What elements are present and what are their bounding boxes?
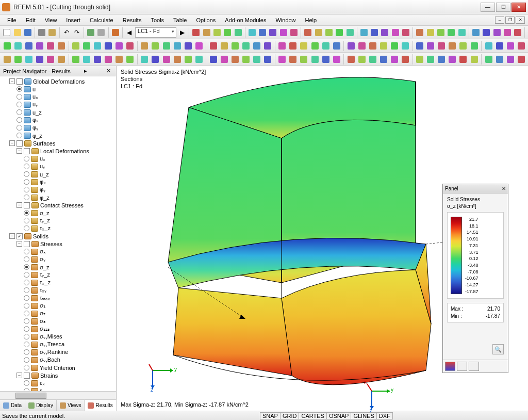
toolbar3-btn-43[interactable] [494, 54, 504, 65]
toolbar3-btn-20[interactable] [230, 54, 240, 65]
toolbar2-btn-41[interactable] [469, 40, 479, 52]
toolbar2-btn-36[interactable] [415, 40, 425, 52]
panel-tab-1[interactable] [445, 362, 455, 371]
toolbar2-btn-3[interactable] [35, 40, 44, 52]
toolbar2-btn-37[interactable] [426, 40, 436, 52]
toolbar3-btn-37[interactable] [426, 54, 436, 65]
toolbar3-btn-36[interactable] [415, 54, 425, 65]
toolbar2-btn-18[interactable] [208, 40, 218, 52]
toolbar3-btn-0[interactable] [2, 54, 12, 65]
toolbar3-btn-19[interactable] [219, 54, 229, 65]
toolbar1-btn-6[interactable] [258, 27, 267, 38]
toolbar2-btn-19[interactable] [219, 40, 229, 52]
toolbar2-btn-13[interactable] [151, 40, 160, 52]
toolbar1-btn-5[interactable] [248, 27, 257, 38]
toolbar1-btn-21[interactable] [425, 27, 435, 38]
menu-insert[interactable]: Insert [62, 16, 85, 24]
panel-header[interactable]: Panel ✕ [443, 184, 508, 193]
toolbar2-btn-5[interactable] [56, 40, 66, 52]
glines-toggle[interactable]: GLINES [351, 412, 376, 419]
node-ld-uy[interactable]: uᵧ [0, 163, 116, 170]
toolbar2-btn-44[interactable] [505, 40, 515, 52]
toolbar2-btn-0[interactable] [2, 40, 12, 52]
snap-toggle[interactable]: SNAP [260, 412, 280, 419]
node-uy[interactable]: uᵧ [0, 101, 116, 108]
toolbar2-btn-22[interactable] [252, 40, 262, 52]
redo-icon[interactable]: ↷ [72, 27, 81, 38]
toolbar3-btn-27[interactable] [310, 54, 320, 65]
node-sn-0[interactable]: εₓ [0, 379, 116, 387]
toolbar2-btn-40[interactable] [458, 40, 468, 52]
node-st-11[interactable]: σᵥ,Mises [0, 333, 116, 341]
toolbar2-btn-4[interactable] [45, 40, 55, 52]
toolbar2-btn-31[interactable] [357, 40, 367, 52]
toolbar1-btn-17[interactable] [380, 27, 389, 38]
node-st-6[interactable]: τₘₐₓ [0, 294, 116, 302]
node-st-0[interactable]: σₓ [0, 248, 116, 255]
toolbar2-btn-30[interactable] [346, 40, 356, 52]
menu-options[interactable]: Options [192, 16, 220, 24]
viewport[interactable]: Solid Stresses Sigma-z [kN/cm^2] Section… [117, 66, 528, 411]
toolbar3-btn-5[interactable] [56, 54, 66, 65]
menu-addon[interactable]: Add-on Modules [221, 16, 270, 24]
toolbar3-btn-41[interactable] [469, 54, 479, 65]
toolbar2-btn-35[interactable] [401, 40, 410, 52]
panel-tab-3[interactable] [469, 362, 479, 371]
prev-icon[interactable]: ◀ [125, 27, 134, 38]
menu-edit[interactable]: Edit [22, 16, 40, 24]
toolbar2-btn-7[interactable] [82, 40, 92, 52]
node-ld-phix[interactable]: φₓ [0, 178, 116, 186]
toolbar2-btn-33[interactable] [378, 40, 388, 52]
toolbar2-btn-9[interactable] [104, 40, 113, 52]
toolbar1-btn-27[interactable] [492, 27, 501, 38]
toolbar2-btn-12[interactable] [140, 40, 150, 52]
navigator-tree[interactable]: −Global Deformations u uₓ uᵧ u_z φₓ φᵧ φ… [0, 76, 116, 391]
node-phix[interactable]: φₓ [0, 116, 116, 124]
toolbar3-btn-29[interactable] [332, 54, 341, 65]
toolbar1-btn-13[interactable] [335, 27, 344, 38]
tab-views[interactable]: Views [57, 400, 85, 411]
node-surfaces[interactable]: −Surfaces [0, 139, 116, 147]
new-icon[interactable] [2, 27, 11, 38]
toolbar3-btn-7[interactable] [82, 54, 92, 65]
tab-display[interactable]: Display [25, 400, 57, 411]
toolbar1-btn-0[interactable] [191, 27, 201, 38]
toolbar2-btn-28[interactable] [321, 40, 331, 52]
menu-view[interactable]: View [41, 16, 61, 24]
toolbar1-btn-9[interactable] [289, 27, 299, 38]
toolbar1-btn-14[interactable] [345, 27, 354, 38]
open-icon[interactable] [12, 27, 22, 38]
tab-data[interactable]: Data [0, 400, 25, 411]
toolbar3-btn-16[interactable] [183, 54, 193, 65]
toolbar2-btn-25[interactable] [288, 40, 298, 52]
toolbar2-btn-2[interactable] [24, 40, 34, 52]
toolbar3-btn-18[interactable] [208, 54, 218, 65]
toolbar2-btn-34[interactable] [389, 40, 399, 52]
toolbar3-btn-9[interactable] [104, 54, 113, 65]
toolbar1-btn-19[interactable] [401, 27, 410, 38]
toolbar1-btn-15[interactable] [359, 27, 369, 38]
toolbar2-btn-32[interactable] [368, 40, 377, 52]
toolbar3-btn-34[interactable] [389, 54, 399, 65]
toolbar2-btn-39[interactable] [448, 40, 457, 52]
toolbar2-btn-29[interactable] [332, 40, 341, 52]
menu-help[interactable]: Help [301, 16, 321, 24]
node-ld-phiz[interactable]: φ_z [0, 193, 116, 201]
panel-zoom-icon[interactable]: 🔍 [492, 344, 504, 354]
node-local-deformations[interactable]: −Local Deformations [0, 147, 116, 155]
toolbar3-btn-22[interactable] [252, 54, 262, 65]
node-st-15[interactable]: Yield Criterion [0, 364, 116, 371]
close-button[interactable]: ✕ [512, 3, 526, 12]
loadcase-combo[interactable]: LC1 - Fd [135, 27, 176, 38]
toolbar2-btn-42[interactable] [484, 40, 493, 52]
report-icon[interactable] [47, 27, 57, 38]
toolbar3-btn-4[interactable] [45, 54, 55, 65]
node-st-4[interactable]: τₓ_z [0, 279, 116, 286]
toolbar2-btn-20[interactable] [230, 40, 240, 52]
menu-tools[interactable]: Tools [146, 16, 168, 24]
navigator-close-icon[interactable]: ✕ [104, 68, 113, 74]
toolbar3-btn-14[interactable] [161, 54, 171, 65]
toolbar2-btn-14[interactable] [161, 40, 171, 52]
node-st-1[interactable]: σᵧ [0, 255, 116, 263]
node-phiz[interactable]: φ_z [0, 132, 116, 139]
